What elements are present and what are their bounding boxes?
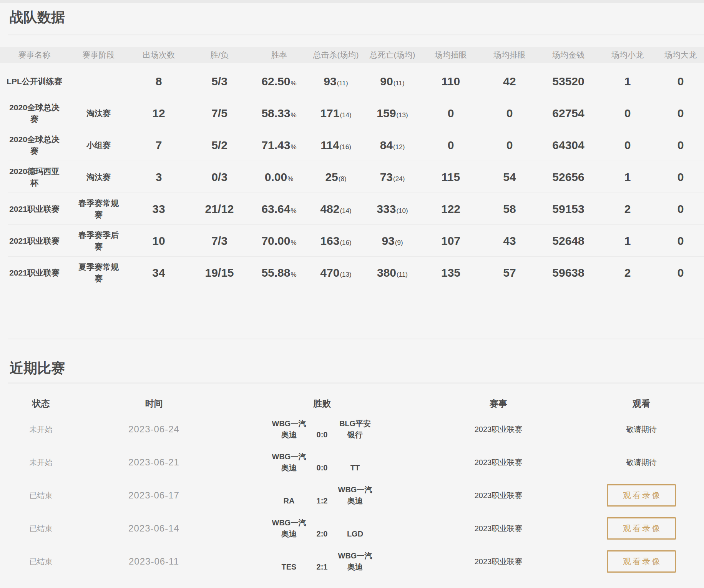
- games-played: 3: [128, 171, 189, 184]
- team-stats-row: LPL公开训练赛 8 5/3 62.50% 93(11) 90(11) 110 …: [0, 65, 704, 97]
- wards-per-game: 110: [421, 75, 480, 88]
- event-stage: 淘汰赛: [69, 171, 128, 183]
- win-rate: 62.50%: [250, 75, 308, 88]
- total-deaths: 90(11): [364, 75, 421, 88]
- win-rate: 58.33%: [250, 107, 308, 120]
- dragons-per-game: 1: [598, 75, 657, 88]
- total-kills: 482(14): [308, 203, 364, 216]
- deaths-per-game: (13): [396, 111, 408, 119]
- team-stats-title: 战队数据: [10, 8, 704, 26]
- recent-matches-list: 未开始 2023-06-24 WBG一汽奥迪 0:0 BLG平安银行 2023职…: [0, 413, 704, 578]
- match-date: 2023-06-24: [82, 424, 226, 435]
- barons-per-game: 0: [657, 171, 704, 184]
- match-event: 2023职业联赛: [418, 424, 579, 435]
- watch-replay-button[interactable]: 观看录像: [607, 550, 676, 573]
- gold-per-game: 59153: [539, 203, 598, 216]
- kills-per-game: (16): [340, 143, 351, 151]
- match-versus: WBG一汽奥迪 0:0 BLG平安银行: [226, 418, 418, 440]
- team-stats-table-body: LPL公开训练赛 8 5/3 62.50% 93(11) 90(11) 110 …: [0, 65, 704, 289]
- total-deaths: 93(9): [364, 234, 421, 247]
- barons-per-game: 0: [657, 203, 704, 216]
- total-kills: 114(16): [308, 139, 364, 152]
- games-played: 7: [128, 139, 189, 152]
- match-watch-cell: 观看录像: [579, 484, 704, 507]
- games-played: 10: [128, 234, 189, 247]
- event-stage: 春季赛常规赛: [69, 198, 128, 221]
- total-kills: 93(11): [308, 75, 364, 88]
- watch-replay-button[interactable]: 观看录像: [607, 517, 676, 540]
- top-divider-strip: [0, 0, 704, 3]
- match-date: 2023-06-14: [82, 523, 226, 534]
- match-status: 已结束: [0, 523, 82, 534]
- event-stage: 淘汰赛: [69, 108, 128, 119]
- games-played: 33: [128, 203, 189, 216]
- column-header: 观看: [579, 398, 704, 410]
- win-loss: 5/3: [189, 75, 250, 88]
- match-row: 已结束 2023-06-17 RA 1:2 WBG一汽奥迪 2023职业联赛 观…: [0, 479, 704, 512]
- total-kills: 25(8): [308, 171, 364, 184]
- column-header: 胜/负: [189, 50, 250, 60]
- event-name: LPL公开训练赛: [0, 76, 69, 87]
- watch-replay-button[interactable]: 观看录像: [607, 484, 676, 507]
- kills-per-game: (14): [340, 207, 351, 215]
- event-name: 2020德玛西亚杯: [0, 166, 69, 189]
- column-header: 场均金钱: [539, 50, 598, 60]
- deaths-per-game: (12): [393, 143, 405, 151]
- match-status: 未开始: [0, 424, 82, 435]
- event-stage: 春季赛季后赛: [69, 229, 128, 252]
- win-rate: 0.00%: [250, 171, 308, 184]
- column-header: 总死亡(场均): [364, 50, 421, 60]
- team-right-name: WBG一汽奥迪: [337, 550, 374, 573]
- match-row: 未开始 2023-06-21 WBG一汽奥迪 0:0 TT 2023职业联赛 敬…: [0, 446, 704, 479]
- match-watch-cell: 敬请期待: [579, 424, 704, 435]
- kills-per-game: (8): [339, 175, 347, 183]
- match-versus: TES 2:1 WBG一汽奥迪: [226, 550, 418, 573]
- percent-sign: %: [291, 143, 296, 151]
- match-row: 已结束 2023-06-11 TES 2:1 WBG一汽奥迪 2023职业联赛 …: [0, 545, 704, 578]
- team-stats-row: 2021职业联赛 春季赛常规赛 33 21/12 63.64% 482(14) …: [0, 193, 704, 225]
- win-loss: 21/12: [189, 203, 250, 216]
- dragons-per-game: 2: [598, 266, 657, 279]
- win-rate: 55.88%: [250, 266, 308, 279]
- wards-cleared-per-game: 54: [480, 171, 539, 184]
- match-row: 已结束 2023-06-14 WBG一汽奥迪 2:0 LGD 2023职业联赛 …: [0, 512, 704, 545]
- wards-cleared-per-game: 0: [480, 139, 539, 152]
- column-header: 场均排眼: [480, 50, 539, 60]
- match-event: 2023职业联赛: [418, 457, 579, 468]
- match-status: 已结束: [0, 490, 82, 501]
- barons-per-game: 0: [657, 75, 704, 88]
- gold-per-game: 64304: [539, 139, 598, 152]
- team-stats-header-row: 赛事名称 赛事阶段 出场次数 胜/负 胜率 总击杀(场均) 总死亡(场均) 场均…: [0, 47, 704, 63]
- event-name: 2021职业联赛: [0, 203, 69, 215]
- team-right-name: TT: [337, 462, 374, 473]
- total-deaths: 73(24): [364, 171, 421, 184]
- total-kills: 171(14): [308, 107, 364, 120]
- win-loss: 7/3: [189, 234, 250, 247]
- total-kills: 470(13): [308, 266, 364, 279]
- event-name: 2021职业联赛: [0, 267, 69, 279]
- watch-placeholder-text: 敬请期待: [626, 424, 657, 435]
- percent-sign: %: [291, 80, 296, 87]
- wards-cleared-per-game: 0: [480, 107, 539, 120]
- section-divider-line: [8, 339, 704, 339]
- column-header: 胜败: [226, 398, 418, 410]
- recent-matches-section: 近期比赛 状态 时间 胜败 赛事 观看 未开始 2023-06-24 WBG一汽…: [0, 359, 704, 578]
- match-date: 2023-06-11: [82, 556, 226, 567]
- team-right-name: WBG一汽奥迪: [337, 484, 374, 507]
- event-name: 2020全球总决赛: [0, 134, 69, 157]
- column-header: 场均插眼: [421, 50, 480, 60]
- column-header: 赛事名称: [0, 50, 69, 60]
- deaths-per-game: (11): [394, 80, 405, 87]
- percent-sign: %: [291, 271, 296, 279]
- column-header: 状态: [0, 398, 82, 410]
- percent-sign: %: [287, 175, 293, 183]
- event-stage: 夏季赛常规赛: [69, 261, 128, 284]
- column-header: 胜率: [250, 50, 308, 60]
- column-header: 出场次数: [128, 50, 189, 60]
- deaths-per-game: (10): [396, 207, 408, 215]
- percent-sign: %: [291, 111, 296, 119]
- match-versus: WBG一汽奥迪 0:0 TT: [226, 451, 418, 473]
- dragons-per-game: 1: [598, 171, 657, 184]
- total-kills: 163(16): [308, 234, 364, 247]
- kills-per-game: (11): [337, 80, 348, 87]
